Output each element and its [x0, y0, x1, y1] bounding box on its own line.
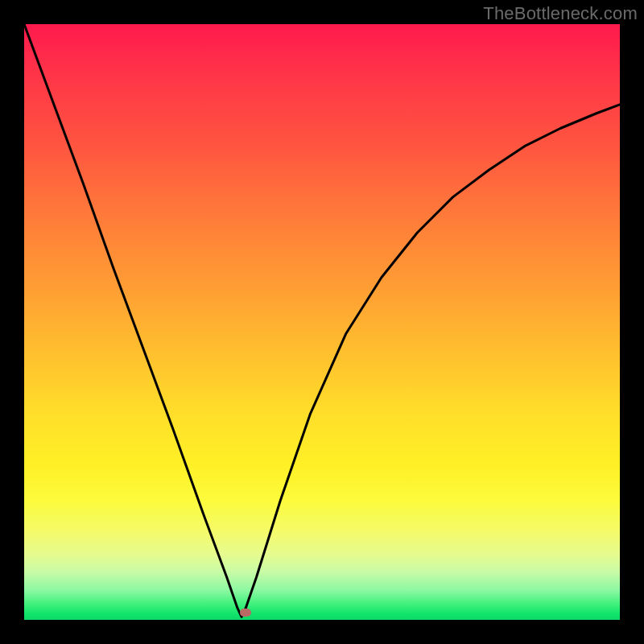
- chart-frame: TheBottleneck.com: [0, 0, 644, 644]
- bottleneck-curve: [24, 24, 620, 620]
- optimum-marker: [240, 609, 251, 617]
- watermark-text: TheBottleneck.com: [483, 3, 638, 24]
- plot-area: [24, 24, 620, 620]
